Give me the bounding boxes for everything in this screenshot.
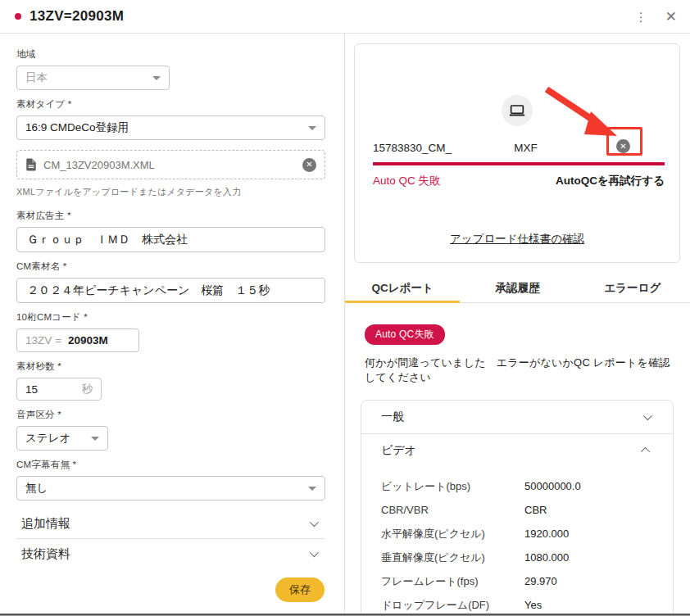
qc-report-card: 一般 ビデオ ビットレート(bps) 50000000.0 CBR/VBR CB…	[361, 400, 674, 614]
region-label: 地域	[16, 48, 325, 61]
cm-code-field: 10桁CMコード * 13ZV = 20903M	[16, 311, 325, 352]
video-section-label: ビデオ	[381, 443, 416, 458]
material-type-field: 素材タイプ * 16:9 CMDeCo登録用	[16, 98, 325, 140]
save-button[interactable]: 保存	[275, 578, 325, 602]
detail-row: フレームレート(fps) 29.970	[361, 569, 673, 593]
subtitle-field: CM字幕有無 * 無し	[16, 459, 325, 500]
chevron-down-icon	[310, 518, 319, 527]
cm-name-label: CM素材名 *	[16, 260, 325, 273]
advertiser-field: 素材広告主 *	[16, 210, 325, 252]
xml-upload-dropzone[interactable]: CM_13ZV20903M.XML ✕	[16, 150, 325, 179]
uploaded-file-name: 15783830_CM_	[373, 142, 452, 154]
detail-value: 50000000.0	[524, 480, 581, 492]
detail-row: CBR/VBR CBR	[361, 498, 673, 522]
tab-approval-history[interactable]: 承認履歴	[460, 274, 574, 302]
upload-status-card: 15783830_CM_ MXF ✕ Auto QC 失敗 AutoQCを再試行…	[354, 43, 680, 263]
detail-row: 水平解像度(ピクセル) 1920.000	[361, 522, 673, 546]
duration-input[interactable]: 15 秒	[16, 378, 102, 401]
detail-row: ビットレート(bps) 50000000.0	[361, 474, 673, 498]
chevron-down-icon	[310, 548, 319, 557]
cm-name-field: CM素材名 *	[16, 260, 325, 303]
metadata-form-panel: 地域 日本 素材タイプ * 16:9 CMDeCo登録用	[0, 34, 345, 614]
region-value: 日本	[25, 70, 48, 85]
status-dot-icon	[15, 13, 21, 20]
uploaded-file-row: 15783830_CM_ MXF ✕	[373, 136, 665, 159]
xml-file-name: CM_13ZV20903M.XML	[43, 159, 296, 171]
retry-autoqc-button[interactable]: AutoQCを再試行する	[556, 174, 665, 188]
qc-tabs: QCレポート 承認履歴 エラーログ	[345, 274, 690, 303]
cm-code-input[interactable]: 13ZV = 20903M	[16, 328, 139, 352]
form-footer: 保存	[0, 565, 344, 614]
file-document-icon	[25, 158, 37, 171]
uploaded-file-extension: MXF	[514, 142, 538, 154]
chevron-down-icon	[91, 437, 99, 441]
detail-value: 29.970	[524, 575, 557, 587]
technical-docs-accordion[interactable]: 技術資料	[16, 539, 325, 565]
auto-qc-fail-badge: Auto QC失敗	[365, 324, 445, 345]
close-icon[interactable]: ✕	[665, 10, 677, 24]
chevron-down-icon	[308, 126, 316, 130]
laptop-icon	[508, 102, 526, 120]
duration-field: 素材秒数 * 15 秒	[16, 360, 325, 401]
technical-docs-label: 技術資料	[21, 546, 70, 562]
detail-value: CBR	[524, 504, 547, 516]
video-section-accordion[interactable]: ビデオ	[361, 433, 673, 466]
duration-label: 素材秒数 *	[16, 360, 325, 373]
audio-field: 音声区分 * ステレオ	[16, 409, 325, 451]
audio-label: 音声区分 *	[16, 409, 325, 421]
detail-label: 垂直解像度(ピクセル)	[381, 550, 485, 565]
chevron-up-icon	[641, 446, 650, 455]
advertiser-input[interactable]	[16, 227, 325, 252]
cm-code-label: 10桁CMコード *	[16, 311, 325, 324]
detail-label: CBR/VBR	[381, 504, 429, 516]
upload-qc-panel: 15783830_CM_ MXF ✕ Auto QC 失敗 AutoQCを再試行…	[345, 34, 690, 614]
tab-qc-report[interactable]: QCレポート	[345, 274, 460, 302]
auto-qc-status-text: Auto QC 失敗	[373, 174, 441, 188]
video-detail-list: ビットレート(bps) 50000000.0 CBR/VBR CBR 水平解像度…	[361, 466, 673, 614]
subtitle-select[interactable]: 無し	[16, 476, 325, 500]
window-bottom-edge	[0, 613, 690, 616]
xml-helper-text: XMLファイルをアップロードまたはメタデータを入力	[16, 186, 325, 198]
detail-label: フレームレート(fps)	[381, 574, 479, 589]
page-title: 13ZV=20903M	[30, 8, 124, 25]
audio-value: ステレオ	[25, 431, 70, 446]
chevron-down-icon	[308, 487, 316, 491]
detail-value: 1920.000	[524, 528, 569, 540]
region-select[interactable]: 日本	[16, 66, 170, 90]
duration-suffix: 秒	[82, 382, 93, 396]
cm-name-input[interactable]	[16, 278, 325, 303]
subtitle-value: 無し	[25, 481, 48, 496]
additional-info-accordion[interactable]: 追加情報	[16, 509, 325, 539]
kebab-menu-icon[interactable]: ⋮	[635, 11, 647, 23]
duration-value: 15	[25, 383, 38, 396]
material-type-value: 16:9 CMDeCo登録用	[25, 120, 129, 135]
chevron-down-icon	[643, 411, 652, 420]
detail-label: ビットレート(bps)	[381, 479, 470, 494]
material-detail-dialog: 13ZV=20903M ⋮ ✕ 地域 日本 素材タイプ * 16:9	[0, 0, 690, 616]
remove-uploaded-file-icon[interactable]: ✕	[616, 139, 630, 153]
additional-info-label: 追加情報	[21, 516, 70, 532]
qc-error-message: 何かが間違っていました エラーがないかQC レポートを確認してください	[365, 356, 670, 385]
detail-label: 水平解像度(ピクセル)	[381, 527, 485, 541]
material-type-select[interactable]: 16:9 CMDeCo登録用	[16, 116, 325, 140]
advertiser-label: 素材広告主 *	[16, 210, 325, 222]
remove-xml-file-icon[interactable]: ✕	[302, 158, 316, 172]
upload-spec-link[interactable]: アップロード仕様書の確認	[450, 233, 584, 245]
general-section-accordion[interactable]: 一般	[361, 401, 673, 433]
detail-value: Yes	[524, 599, 542, 611]
detail-label: ドロップフレーム(DF)	[381, 598, 489, 613]
device-circle	[502, 95, 533, 126]
audio-select[interactable]: ステレオ	[16, 426, 108, 451]
cm-code-value: 20903M	[68, 334, 108, 346]
cm-code-prefix: 13ZV =	[25, 334, 61, 346]
general-section-label: 一般	[381, 410, 404, 424]
detail-row: 垂直解像度(ピクセル) 1080.000	[361, 546, 673, 569]
subtitle-label: CM字幕有無 *	[16, 459, 325, 471]
detail-value: 1080.000	[524, 551, 569, 564]
detail-row: ドロップフレーム(DF) Yes	[361, 593, 673, 614]
tab-error-log[interactable]: エラーログ	[575, 274, 690, 302]
dialog-header: 13ZV=20903M ⋮ ✕	[0, 0, 690, 34]
chevron-down-icon	[152, 76, 161, 80]
material-type-label: 素材タイプ *	[16, 98, 325, 111]
qc-progress-bar	[373, 162, 665, 165]
